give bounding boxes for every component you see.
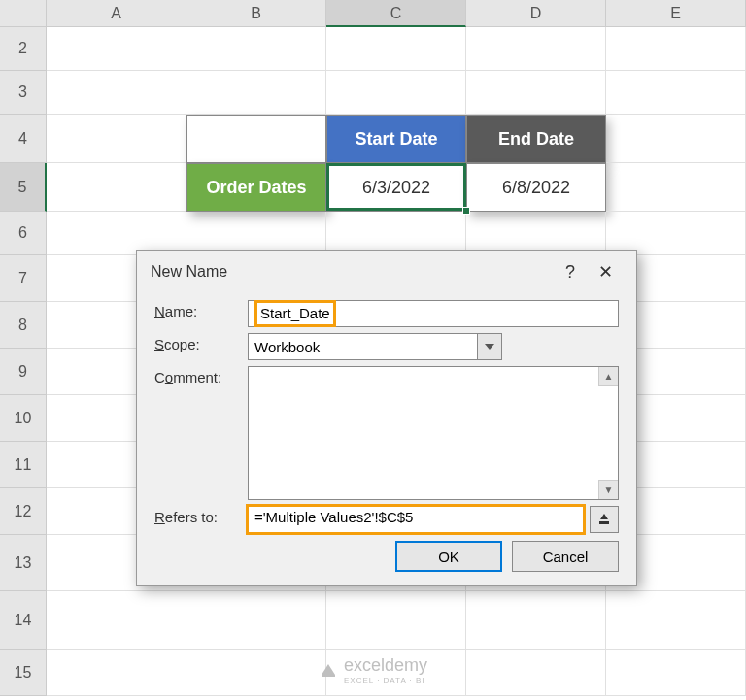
comment-textarea[interactable]: ▲ ▼ [248, 366, 619, 500]
watermark-brand: exceldemy [344, 655, 427, 676]
row-header-4[interactable]: 4 [0, 115, 47, 163]
cell-D15[interactable] [466, 650, 606, 696]
column-header-D[interactable]: D [466, 0, 606, 27]
cell-E4[interactable] [606, 115, 746, 163]
row-header-9[interactable]: 9 [0, 349, 47, 395]
ok-label: OK [438, 549, 459, 565]
cell-B15[interactable] [186, 650, 326, 696]
cell-D4[interactable]: End Date [466, 115, 606, 163]
cell-D6[interactable] [466, 212, 606, 255]
new-name-dialog: New Name ? ✕ Name: Start_Date Scope: Wor… [136, 250, 637, 586]
spreadsheet-grid: ABCDE 23456789101112131415 Start DateEnd… [0, 0, 746, 700]
cell-E3[interactable] [606, 71, 746, 115]
row-header-7[interactable]: 7 [0, 255, 47, 302]
column-header-B[interactable]: B [186, 0, 326, 27]
scroll-down-button[interactable]: ▼ [598, 480, 618, 499]
fill-handle[interactable] [462, 207, 470, 215]
cell-D3[interactable] [466, 71, 606, 115]
cell-D14[interactable] [466, 591, 606, 650]
row-header-10[interactable]: 10 [0, 395, 47, 442]
watermark-tagline: EXCEL · DATA · BI [344, 676, 427, 684]
cell-E6[interactable] [606, 212, 746, 255]
row-header-8[interactable]: 8 [0, 302, 47, 349]
row-header-5[interactable]: 5 [0, 163, 47, 212]
cell-A6[interactable] [47, 212, 186, 255]
cancel-label: Cancel [543, 549, 589, 565]
row-header-14[interactable]: 14 [0, 591, 47, 650]
cell-C4[interactable]: Start Date [326, 115, 466, 163]
svg-marker-0 [485, 344, 494, 350]
cell-E2[interactable] [606, 27, 746, 71]
cell-A14[interactable] [47, 591, 186, 650]
scope-value: Workbook [254, 339, 320, 355]
cell-B2[interactable] [186, 27, 326, 71]
watermark-icon [319, 660, 338, 680]
column-header-A[interactable]: A [47, 0, 186, 27]
row-headers: 23456789101112131415 [0, 27, 47, 696]
name-value-highlight: Start_Date [254, 300, 336, 327]
cell-A3[interactable] [47, 71, 186, 115]
refers-to-input[interactable]: ='Multiple Values2'!$C$5 [248, 506, 584, 533]
row-header-12[interactable]: 12 [0, 488, 47, 535]
row-header-13[interactable]: 13 [0, 535, 47, 591]
row-header-15[interactable]: 15 [0, 650, 47, 696]
row-header-11[interactable]: 11 [0, 442, 47, 488]
svg-rect-1 [599, 521, 609, 524]
name-input[interactable]: Start_Date [248, 300, 619, 327]
row-header-2[interactable]: 2 [0, 27, 47, 71]
cell-C5[interactable]: 6/3/2022 [326, 163, 466, 212]
cell-B4[interactable] [186, 115, 326, 163]
cell-A5[interactable] [47, 163, 186, 212]
cell-B6[interactable] [186, 212, 326, 255]
cell-C2[interactable] [326, 27, 466, 71]
name-label: Name: [154, 300, 248, 319]
cell-D5[interactable]: 6/8/2022 [466, 163, 606, 212]
svg-marker-2 [600, 514, 608, 519]
cell-A15[interactable] [47, 650, 186, 696]
ok-button[interactable]: OK [395, 541, 502, 572]
cell-A2[interactable] [47, 27, 186, 71]
scope-dropdown-button[interactable] [477, 333, 502, 360]
watermark: exceldemy EXCEL · DATA · BI [319, 655, 427, 684]
comment-label: Comment: [154, 366, 248, 385]
select-all-corner[interactable] [0, 0, 47, 27]
cell-E14[interactable] [606, 591, 746, 650]
refers-to-value: ='Multiple Values2'!$C$5 [254, 509, 413, 525]
cell-A4[interactable] [47, 115, 186, 163]
cell-D2[interactable] [466, 27, 606, 71]
scope-label: Scope: [154, 333, 248, 352]
cell-E5[interactable] [606, 163, 746, 212]
cancel-button[interactable]: Cancel [512, 541, 619, 572]
refers-to-label: Refers to: [154, 506, 248, 525]
cell-C6[interactable] [326, 212, 466, 255]
cell-B5[interactable]: Order Dates [186, 163, 326, 212]
dialog-titlebar[interactable]: New Name ? ✕ [137, 251, 636, 290]
svg-marker-3 [322, 664, 335, 675]
column-header-E[interactable]: E [606, 0, 746, 27]
collapse-dialog-button[interactable] [590, 506, 619, 533]
help-button[interactable]: ? [553, 262, 588, 283]
collapse-icon [597, 513, 611, 526]
close-button[interactable]: ✕ [588, 261, 623, 283]
scroll-up-button[interactable]: ▲ [598, 367, 618, 386]
column-headers: ABCDE [47, 0, 746, 27]
dialog-title-text: New Name [151, 263, 227, 281]
chevron-down-icon [485, 344, 494, 350]
svg-rect-4 [322, 675, 335, 677]
row-header-3[interactable]: 3 [0, 71, 47, 115]
cell-C3[interactable] [326, 71, 466, 115]
cell-E15[interactable] [606, 650, 746, 696]
cell-C14[interactable] [326, 591, 466, 650]
scope-select[interactable]: Workbook [248, 333, 478, 360]
row-header-6[interactable]: 6 [0, 212, 47, 255]
cell-B3[interactable] [186, 71, 326, 115]
cell-B14[interactable] [186, 591, 326, 650]
column-header-C[interactable]: C [326, 0, 466, 27]
